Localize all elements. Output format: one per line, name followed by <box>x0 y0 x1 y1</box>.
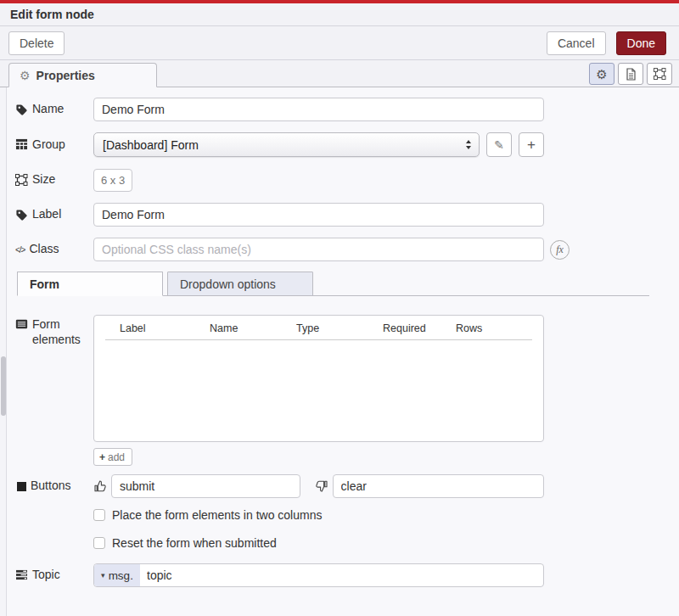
description-tool-button[interactable] <box>618 63 643 85</box>
column-header-label: Label <box>120 322 210 334</box>
two-columns-option: Place the form elements in two columns <box>93 508 679 522</box>
subtab-form-label: Form <box>30 277 59 291</box>
column-header-name: Name <box>210 322 296 334</box>
add-element-button[interactable]: + add <box>93 448 132 466</box>
topic-typed-input: ▾ msg. <box>93 563 544 587</box>
form-elements-header: Label Name Type Required Rows <box>94 316 543 339</box>
name-input[interactable] <box>93 98 544 121</box>
topic-prefix-label: msg. <box>109 569 133 582</box>
label-input[interactable] <box>93 203 544 227</box>
buttons-label: Buttons <box>31 479 70 494</box>
editor-tab-bar: ⚙ Properties ⚙ <box>0 60 679 87</box>
pencil-icon: ✎ <box>494 138 504 152</box>
gear-icon: ⚙ <box>20 70 31 81</box>
thumbs-up-icon <box>93 479 107 493</box>
size-row: Size 6 x 3 <box>8 168 679 192</box>
group-label-group: Group <box>8 137 93 153</box>
form-elements-row: Form elements Label Name Type Required R… <box>8 315 679 474</box>
header-divider <box>105 339 532 340</box>
subtab-form[interactable]: Form <box>17 272 163 296</box>
form-elements-label: Form elements <box>32 317 85 347</box>
form-elements-list[interactable]: Label Name Type Required Rows <box>93 315 544 442</box>
properties-tool-button[interactable]: ⚙ <box>589 63 614 85</box>
done-button[interactable]: Done <box>616 31 666 55</box>
submit-button-input[interactable] <box>111 474 300 498</box>
column-header-type: Type <box>296 322 383 334</box>
buttons-row: Buttons <box>8 474 679 498</box>
topic-label-group: Topic <box>8 568 93 583</box>
fx-icon: fx <box>556 244 564 256</box>
form-subtabs: Form Dropdown options <box>17 272 649 296</box>
tab-properties[interactable]: ⚙ Properties <box>8 63 157 87</box>
name-row: Name <box>8 98 679 121</box>
plus-icon: + <box>527 137 536 154</box>
dialog-button-bar: Delete Cancel Done <box>0 26 679 60</box>
name-label-group: Name <box>8 102 93 117</box>
clear-button-input[interactable] <box>333 474 544 498</box>
properties-panel: Name Group [Dashboard] Form ✎ + <box>0 87 679 616</box>
tag-icon <box>15 104 28 116</box>
name-label: Name <box>32 102 64 117</box>
edit-group-button[interactable]: ✎ <box>486 132 512 157</box>
caret-down-icon: ▾ <box>101 571 105 580</box>
class-label-group: </> Class <box>8 242 93 257</box>
thumbs-down-icon <box>315 479 328 493</box>
select-arrows-icon <box>465 139 472 150</box>
column-header-required: Required <box>383 322 456 334</box>
list-alt-icon <box>15 319 28 332</box>
buttons-label-group: Buttons <box>8 479 93 494</box>
column-header-rows: Rows <box>456 322 531 334</box>
tasks-icon <box>15 569 28 582</box>
reset-form-option: Reset the form when submitted <box>93 536 679 550</box>
plus-icon: + <box>99 451 105 463</box>
object-group-icon <box>654 68 666 80</box>
size-button[interactable]: 6 x 3 <box>93 169 132 192</box>
topic-type-selector[interactable]: ▾ msg. <box>94 564 140 586</box>
cancel-button[interactable]: Cancel <box>547 31 606 55</box>
class-label: Class <box>29 242 59 257</box>
table-icon <box>15 138 28 151</box>
appearance-tool-button[interactable] <box>647 63 672 85</box>
subtab-dropdown-options-label: Dropdown options <box>180 277 276 291</box>
subtab-dropdown-options[interactable]: Dropdown options <box>167 272 313 296</box>
scrollbar-track[interactable] <box>0 87 7 616</box>
group-select[interactable]: [Dashboard] Form <box>93 132 480 157</box>
object-group-icon <box>15 174 28 187</box>
class-row: </> Class fx <box>8 238 679 261</box>
scrollbar-thumb[interactable] <box>1 356 6 416</box>
size-label: Size <box>32 172 55 188</box>
form-elements-widget: Label Name Type Required Rows + add <box>93 315 544 474</box>
dialog-title: Edit form node <box>10 8 94 21</box>
topic-row: Topic ▾ msg. <box>8 563 679 587</box>
group-label: Group <box>32 137 65 153</box>
delete-button[interactable]: Delete <box>8 31 65 55</box>
code-icon: </> <box>15 245 25 255</box>
class-input[interactable] <box>93 238 544 261</box>
size-label-group: Size <box>8 172 93 188</box>
buttons-inputs <box>93 474 544 498</box>
form-elements-label-group: Form elements <box>8 315 93 347</box>
group-selected-option: [Dashboard] Form <box>103 138 465 152</box>
tag-icon <box>15 209 28 221</box>
label-label: Label <box>32 207 61 222</box>
label-row: Label <box>8 203 679 227</box>
topic-label: Topic <box>32 568 60 583</box>
editor-tray-tools: ⚙ <box>589 63 672 85</box>
add-element-label: add <box>108 451 125 463</box>
document-icon <box>626 68 637 81</box>
two-columns-label: Place the form elements in two columns <box>112 508 322 522</box>
two-columns-checkbox[interactable] <box>93 509 105 521</box>
expression-fx-button[interactable]: fx <box>550 240 570 260</box>
group-row: Group [Dashboard] Form ✎ + <box>8 132 679 157</box>
dialog-header: Edit form node <box>0 3 679 26</box>
reset-form-checkbox[interactable] <box>93 537 105 549</box>
gear-icon: ⚙ <box>596 68 607 81</box>
topic-input[interactable] <box>140 564 543 586</box>
properties-tab-label: Properties <box>36 69 95 82</box>
label-label-group: Label <box>8 207 93 222</box>
reset-form-label: Reset the form when submitted <box>112 536 277 550</box>
add-group-button[interactable]: + <box>519 132 544 157</box>
square-icon <box>17 482 26 491</box>
